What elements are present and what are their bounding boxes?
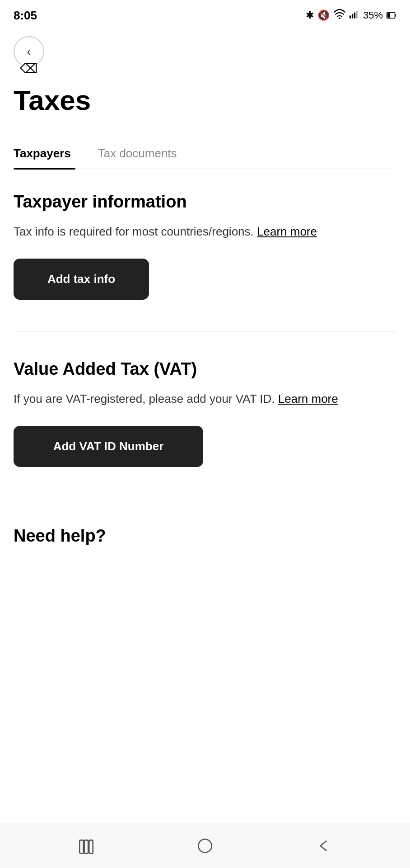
mute-icon: 🔇 xyxy=(317,9,330,21)
svg-point-0 xyxy=(339,18,340,19)
status-bar: 8:05 ✱ 🔇 35% xyxy=(0,0,410,27)
tabs-container: Taxpayers Tax documents xyxy=(14,138,396,169)
battery-percent: 35% xyxy=(363,9,383,21)
taxpayer-info-section: Taxpayer information Tax info is require… xyxy=(14,192,396,300)
nav-back-button[interactable] xyxy=(306,832,342,859)
signal-icon xyxy=(349,9,359,21)
add-vat-id-button[interactable]: Add VAT ID Number xyxy=(14,426,203,467)
status-icons: ✱ 🔇 35% xyxy=(306,9,396,22)
need-help-title: Need help? xyxy=(14,526,396,546)
vat-description: If you are VAT-registered, please add yo… xyxy=(14,390,396,408)
back-button[interactable]: ‹ ⌫ xyxy=(14,36,44,67)
cursor-hand-icon: ⌫ xyxy=(20,61,38,76)
bottom-nav xyxy=(0,823,410,868)
svg-rect-8 xyxy=(84,840,88,853)
page-title: Taxes xyxy=(0,71,410,116)
add-tax-info-button[interactable]: Add tax info xyxy=(14,259,149,300)
vat-learn-more-link[interactable]: Learn more xyxy=(278,392,338,406)
back-button-container: ‹ ⌫ xyxy=(0,27,410,71)
svg-rect-3 xyxy=(354,13,355,19)
need-help-section: Need help? xyxy=(14,526,396,573)
battery-icon xyxy=(387,9,396,21)
svg-rect-7 xyxy=(80,840,84,853)
status-time: 8:05 xyxy=(14,9,37,23)
vat-title: Value Added Tax (VAT) xyxy=(14,359,396,380)
back-arrow-icon: ‹ xyxy=(27,45,31,58)
taxpayer-learn-more-link[interactable]: Learn more xyxy=(257,225,317,238)
svg-rect-9 xyxy=(89,840,93,853)
taxpayer-info-title: Taxpayer information xyxy=(14,192,396,212)
svg-rect-4 xyxy=(356,11,358,19)
svg-rect-2 xyxy=(352,14,353,19)
nav-recent-apps-button[interactable] xyxy=(68,832,104,859)
tab-tax-documents[interactable]: Tax documents xyxy=(98,138,182,169)
taxpayer-info-description: Tax info is required for most countries/… xyxy=(14,222,396,241)
svg-point-10 xyxy=(198,839,211,852)
bluetooth-icon: ✱ xyxy=(306,9,314,21)
section-divider-2 xyxy=(14,499,396,499)
content-area: Taxpayer information Tax info is require… xyxy=(0,169,410,573)
svg-rect-6 xyxy=(387,13,390,18)
svg-rect-1 xyxy=(349,15,351,19)
vat-section: Value Added Tax (VAT) If you are VAT-reg… xyxy=(14,359,396,467)
tab-taxpayers[interactable]: Taxpayers xyxy=(14,138,75,169)
nav-home-button[interactable] xyxy=(187,832,223,859)
wifi-icon xyxy=(333,9,346,22)
section-divider-1 xyxy=(14,331,396,332)
